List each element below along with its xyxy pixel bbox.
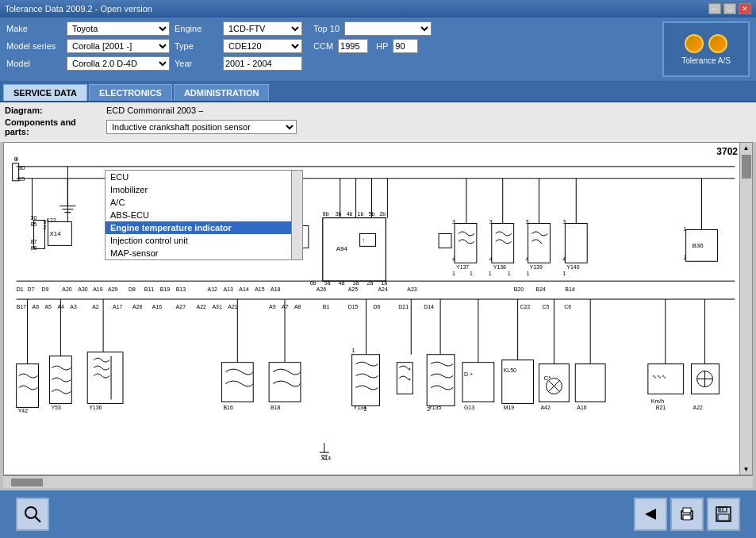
- ccm-label: CCM: [313, 41, 333, 51]
- make-select[interactable]: Toyota: [67, 21, 170, 36]
- svg-text:A12: A12: [207, 286, 217, 292]
- components-dropdown-container: Inductive crankshaft position sensor: [106, 120, 297, 134]
- dropdown-scrollbar[interactable]: [291, 171, 302, 259]
- svg-rect-37: [323, 218, 386, 282]
- bottom-toolbar: [0, 490, 756, 538]
- model-series-select[interactable]: Corolla [2001 -]: [67, 39, 170, 53]
- svg-text:A25: A25: [348, 286, 359, 292]
- header-row-3: Model Corolla 2.0 D-4D Year: [6, 56, 654, 71]
- engine-select[interactable]: 1CD-FTV: [223, 21, 302, 36]
- svg-rect-59: [565, 224, 587, 263]
- svg-line-207: [35, 517, 40, 522]
- tab-service-data[interactable]: SERVICE DATA: [3, 84, 87, 101]
- logo: Tolerance A/S: [662, 21, 750, 77]
- svg-text:A5: A5: [44, 304, 52, 309]
- tab-administration[interactable]: ADMINISTRATION: [174, 84, 270, 101]
- svg-text:2b: 2b: [379, 211, 386, 217]
- svg-text:Y136: Y136: [89, 405, 102, 410]
- type-label: Type: [175, 41, 218, 51]
- svg-marker-208: [645, 509, 656, 520]
- svg-text:B20: B20: [514, 286, 524, 292]
- logo-circle-2: [708, 34, 727, 53]
- svg-rect-117: [17, 364, 39, 408]
- svg-rect-210: [683, 515, 691, 520]
- svg-text:A16: A16: [152, 304, 163, 309]
- svg-text:A9: A9: [269, 304, 276, 309]
- print-button[interactable]: [670, 498, 704, 531]
- svg-rect-131: [427, 355, 455, 406]
- svg-text:3a: 3a: [353, 280, 359, 286]
- app-title: Tolerance Data 2009.2 - Open version: [5, 4, 152, 13]
- window-controls: ─ □ ✕: [708, 3, 751, 14]
- minimize-button[interactable]: ─: [708, 3, 721, 14]
- svg-text:B18: B18: [271, 405, 281, 410]
- h-scroll-thumb[interactable]: [11, 478, 43, 486]
- svg-text:A42: A42: [540, 405, 551, 410]
- dropdown-item-ecu[interactable]: ECU: [106, 171, 302, 183]
- dropdown-item-imobilizer[interactable]: Imobilizer: [106, 183, 302, 196]
- svg-text:D7: D7: [28, 286, 35, 292]
- svg-text:↑: ↑: [363, 237, 365, 243]
- svg-text:B19: B19: [160, 286, 171, 292]
- header-section: Make Toyota Engine 1CD-FTV Top 10 Model …: [0, 17, 756, 81]
- svg-text:A29: A29: [108, 286, 118, 292]
- svg-text:⊕: ⊕: [13, 156, 19, 163]
- svg-text:B11: B11: [144, 286, 155, 292]
- scroll-down-arrow[interactable]: ▼: [742, 464, 751, 475]
- svg-text:A28: A28: [132, 304, 143, 309]
- svg-text:A16: A16: [577, 405, 587, 410]
- dropdown-item-abs-ecu[interactable]: ABS-ECU: [106, 209, 302, 221]
- tab-electronics[interactable]: ELECTRONICS: [89, 84, 172, 101]
- dropdown-list: ECU Imobilizer A/C ABS-ECU Engine temper…: [106, 171, 302, 259]
- top10-select[interactable]: [344, 21, 432, 36]
- svg-rect-211: [683, 508, 691, 513]
- title-bar: Tolerance Data 2009.2 - Open version ─ □…: [0, 0, 756, 17]
- vertical-scrollbar[interactable]: ▲ ▼: [739, 143, 752, 475]
- svg-text:A23: A23: [407, 286, 417, 292]
- svg-text:A22: A22: [693, 405, 704, 410]
- horizontal-scrollbar[interactable]: [3, 475, 753, 488]
- svg-text:Km/h: Km/h: [651, 398, 664, 404]
- back-button[interactable]: [634, 498, 667, 531]
- ccm-input[interactable]: [338, 39, 368, 53]
- dropdown-item-engine-temp[interactable]: Engine temperature indicator: [106, 221, 302, 234]
- svg-text:87: 87: [31, 239, 37, 244]
- svg-text:Y53: Y53: [51, 405, 61, 410]
- svg-text:B16: B16: [223, 405, 233, 410]
- svg-text:C6: C6: [564, 304, 571, 309]
- search-button[interactable]: [16, 498, 49, 531]
- components-label: Components and parts:: [5, 117, 100, 136]
- svg-text:86: 86: [31, 245, 37, 251]
- svg-text:2: 2: [364, 406, 367, 412]
- svg-rect-133: [462, 363, 494, 402]
- print-icon: [678, 505, 696, 523]
- svg-rect-139: [539, 364, 569, 402]
- type-select[interactable]: CDE120: [223, 39, 302, 53]
- save-icon: [715, 505, 732, 523]
- svg-text:A24: A24: [378, 286, 388, 292]
- scroll-thumb[interactable]: [742, 155, 751, 179]
- save-button[interactable]: [707, 498, 740, 531]
- dropdown-item-map-sensor[interactable]: MAP-sensor: [106, 247, 302, 259]
- svg-text:1: 1: [452, 271, 455, 276]
- svg-text:A18: A18: [271, 286, 281, 292]
- close-button[interactable]: ✕: [739, 3, 751, 14]
- page-number: 3702: [716, 146, 738, 157]
- svg-text:D1: D1: [17, 286, 24, 292]
- svg-text:X14: X14: [49, 230, 61, 237]
- components-select[interactable]: Inductive crankshaft position sensor: [106, 120, 297, 134]
- svg-text:B36: B36: [693, 242, 704, 249]
- svg-text:1: 1: [508, 271, 511, 276]
- maximize-button[interactable]: □: [723, 3, 736, 14]
- hp-input[interactable]: [393, 39, 418, 53]
- svg-text:A14: A14: [239, 286, 249, 292]
- dropdown-item-injection[interactable]: Injection control unit: [106, 234, 302, 247]
- svg-text:1: 1: [684, 226, 687, 232]
- svg-text:1: 1: [527, 271, 530, 276]
- dropdown-item-ac[interactable]: A/C: [106, 196, 302, 209]
- engine-label: Engine: [175, 24, 218, 33]
- model-select[interactable]: Corolla 2.0 D-4D: [67, 56, 170, 71]
- svg-text:2a: 2a: [367, 280, 374, 286]
- scroll-up-arrow[interactable]: ▲: [742, 143, 751, 153]
- svg-text:A6: A6: [33, 304, 40, 309]
